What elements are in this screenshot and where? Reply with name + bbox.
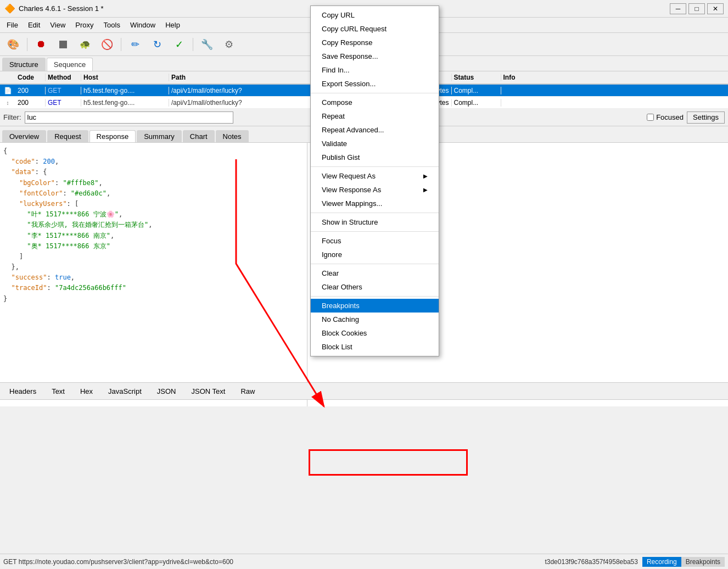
app-icon: 🔶 (4, 3, 15, 14)
ctx-export-session[interactable]: Export Session... (311, 77, 439, 91)
tab-text[interactable]: Text (44, 385, 72, 398)
tab-javascript[interactable]: JavaScript (101, 385, 149, 398)
focused-checkbox-container: Focused (647, 113, 684, 121)
reload-icon: ↻ (153, 38, 161, 51)
app-title: Charles 4.6.1 - Session 1 * (19, 4, 104, 13)
focused-checkbox[interactable] (647, 114, 654, 121)
ctx-copy-url[interactable]: Copy URL (311, 8, 439, 22)
settings-icon: ⚙ (225, 38, 233, 51)
tab-request[interactable]: Request (47, 130, 88, 142)
tab-hex[interactable]: Hex (73, 385, 100, 398)
status-bar: GET https://note.youdao.com/pushserver3/… (0, 554, 728, 569)
col-header-info[interactable]: Info (501, 74, 729, 81)
record-button[interactable]: ⏺ (31, 35, 51, 54)
settings-button[interactable]: ⚙ (219, 35, 239, 54)
turtle-button[interactable]: 🐢 (75, 35, 95, 54)
menu-tools[interactable]: Tools (99, 20, 125, 30)
menu-proxy[interactable]: Proxy (71, 20, 98, 30)
ctx-breakpoints[interactable]: Breakpoints (311, 299, 439, 313)
pen-icon: ✏ (131, 38, 139, 51)
ctx-view-response-as[interactable]: View Response As ▶ (311, 183, 439, 197)
tab-raw[interactable]: Raw (233, 385, 262, 398)
menu-file[interactable]: File (2, 20, 23, 30)
filter-settings-button[interactable]: Settings (687, 111, 725, 124)
compose-button[interactable]: 🎨 (3, 35, 23, 54)
tab-sequence[interactable]: Sequence (47, 58, 93, 71)
ctx-view-response-as-arrow: ▶ (423, 187, 428, 193)
turtle-icon: 🐢 (80, 39, 91, 49)
menu-edit[interactable]: Edit (24, 20, 44, 30)
recording-indicator: Recording (642, 557, 681, 567)
tab-json-text[interactable]: JSON Text (184, 385, 232, 398)
col-header-method[interactable]: Method (46, 74, 81, 81)
ctx-repeat-advanced[interactable]: Repeat Advanced... (311, 123, 439, 137)
menu-view[interactable]: View (46, 20, 70, 30)
ctx-sep-3 (311, 213, 439, 213)
ctx-copy-response[interactable]: Copy Response (311, 36, 439, 49)
breakpoints-highlight-box (309, 449, 468, 476)
ctx-clear[interactable]: Clear (311, 266, 439, 280)
ctx-copy-curl[interactable]: Copy cURL Request (311, 22, 439, 36)
ctx-repeat[interactable]: Repeat (311, 109, 439, 123)
maximize-button[interactable]: □ (688, 3, 705, 14)
ctx-find-in[interactable]: Find In... (311, 63, 439, 77)
ctx-sep-1 (311, 93, 439, 93)
ctx-compose[interactable]: Compose (311, 96, 439, 109)
no-caching-icon: 🚫 (101, 38, 113, 51)
filter-input[interactable] (25, 111, 234, 124)
close-button[interactable]: ✕ (707, 3, 724, 14)
tab-json[interactable]: JSON (150, 385, 183, 398)
status-hash: t3de013f9c768a357f4958eba53 (545, 558, 638, 566)
title-bar-left: 🔶 Charles 4.6.1 - Session 1 * (4, 3, 104, 14)
tab-summary[interactable]: Summary (137, 130, 182, 142)
compose-icon: 🎨 (7, 38, 19, 51)
ctx-viewer-mappings[interactable]: Viewer Mappings... (311, 197, 439, 210)
status-url: GET https://note.youdao.com/pushserver3/… (3, 558, 540, 566)
ctx-validate[interactable]: Validate (311, 137, 439, 150)
minimize-button[interactable]: ─ (670, 3, 686, 14)
tab-response[interactable]: Response (89, 130, 136, 142)
tab-structure[interactable]: Structure (2, 58, 46, 71)
tab-headers[interactable]: Headers (2, 385, 43, 398)
row-method-1: GET (46, 87, 81, 94)
record-icon: ⏺ (36, 38, 46, 50)
ctx-view-request-as-arrow: ▶ (423, 173, 428, 179)
stop-button[interactable] (53, 35, 73, 54)
ctx-clear-others[interactable]: Clear Others (311, 280, 439, 294)
pen-button[interactable]: ✏ (125, 35, 145, 54)
tools-button[interactable]: 🔧 (197, 35, 217, 54)
tab-notes[interactable]: Notes (216, 130, 249, 142)
row-method-2: GET (46, 99, 81, 107)
ctx-view-request-as-label: View Request As (322, 172, 376, 180)
reload-button[interactable]: ↻ (147, 35, 167, 54)
col-header-code[interactable]: Code (15, 74, 46, 81)
menu-window[interactable]: Window (126, 20, 160, 30)
ctx-sep-4 (311, 231, 439, 232)
col-header-status[interactable]: Status (452, 74, 501, 81)
tab-chart[interactable]: Chart (183, 130, 215, 142)
ctx-show-in-structure[interactable]: Show in Structure (311, 215, 439, 229)
ctx-block-cookies[interactable]: Block Cookies (311, 326, 439, 340)
ctx-ignore[interactable]: Ignore (311, 248, 439, 261)
row-icon-2: ↕ (0, 98, 15, 107)
ctx-focus[interactable]: Focus (311, 234, 439, 248)
focused-label: Focused (656, 113, 684, 121)
ctx-block-list[interactable]: Block List (311, 340, 439, 354)
ctx-publish-gist[interactable]: Publish Gist (311, 150, 439, 164)
ctx-view-request-as[interactable]: View Request As ▶ (311, 169, 439, 183)
ctx-save-response[interactable]: Save Response... (311, 49, 439, 63)
tools-icon: 🔧 (201, 38, 213, 51)
check-button[interactable]: ✓ (169, 35, 189, 54)
row-code-2: 200 (15, 99, 46, 107)
menu-help[interactable]: Help (161, 20, 184, 30)
col-header-host[interactable]: Host (81, 74, 169, 81)
tab-overview[interactable]: Overview (2, 130, 46, 142)
no-caching-button[interactable]: 🚫 (97, 35, 117, 54)
row-code-1: 200 (15, 87, 46, 94)
ctx-no-caching[interactable]: No Caching (311, 313, 439, 326)
bottom-tabs: Headers Text Hex JavaScript JSON JSON Te… (0, 382, 728, 400)
breakpoints-indicator: Breakpoints (681, 557, 725, 567)
ctx-sep-2 (311, 166, 439, 167)
row-status-1: Compl... (452, 87, 501, 94)
row-host-1: h5.test.feng-go.... (81, 87, 169, 94)
